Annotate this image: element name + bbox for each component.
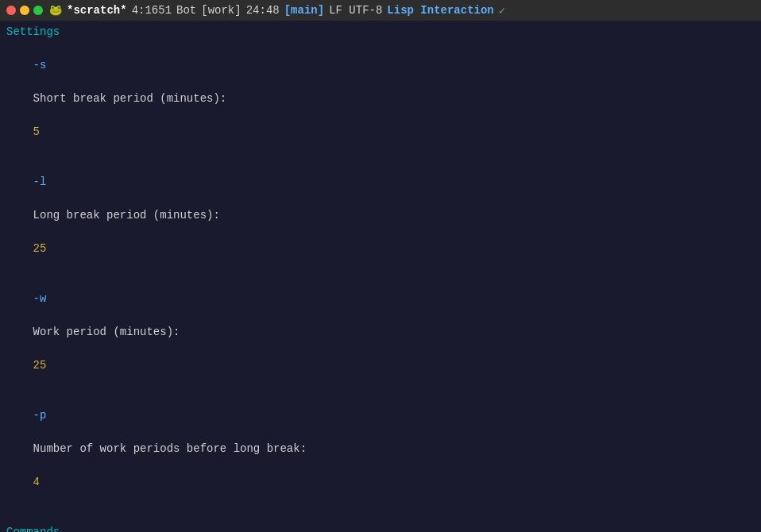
time-display: 24:48 xyxy=(246,4,280,17)
buffer-name: *scratch* xyxy=(67,4,127,17)
workspace: [work] xyxy=(201,4,241,17)
buffer-mode: Bot xyxy=(176,4,196,17)
emacs-icon: 🐸 xyxy=(49,4,62,17)
branch-display: [main] xyxy=(284,4,324,17)
title-bar-content: 🐸 *scratch* 4:1651 Bot [work] 24:48 [mai… xyxy=(49,4,755,17)
encoding-display: LF UTF-8 xyxy=(329,4,382,17)
setting-work-period: -w Work period (minutes): 25 xyxy=(6,274,755,391)
editor-content: Settings -s Short break period (minutes)… xyxy=(0,21,761,532)
settings-label: Settings xyxy=(6,24,755,40)
close-button[interactable] xyxy=(6,6,16,15)
maximize-button[interactable] xyxy=(33,6,43,15)
checkmark-icon: ✓ xyxy=(499,4,505,17)
major-mode: Lisp Interaction xyxy=(387,4,493,17)
commands-label: Commands xyxy=(6,524,755,532)
setting-long-break: -l Long break period (minutes): 25 xyxy=(6,157,755,274)
minimize-button[interactable] xyxy=(20,6,29,15)
title-bar: 🐸 *scratch* 4:1651 Bot [work] 24:48 [mai… xyxy=(0,0,761,21)
setting-short-break: -s Short break period (minutes): 5 xyxy=(6,40,755,157)
setting-num-periods: -p Number of work periods before long br… xyxy=(6,391,755,507)
spacer-1 xyxy=(6,507,755,524)
buffer-position: 4:1651 xyxy=(132,4,172,17)
traffic-lights xyxy=(6,6,43,15)
